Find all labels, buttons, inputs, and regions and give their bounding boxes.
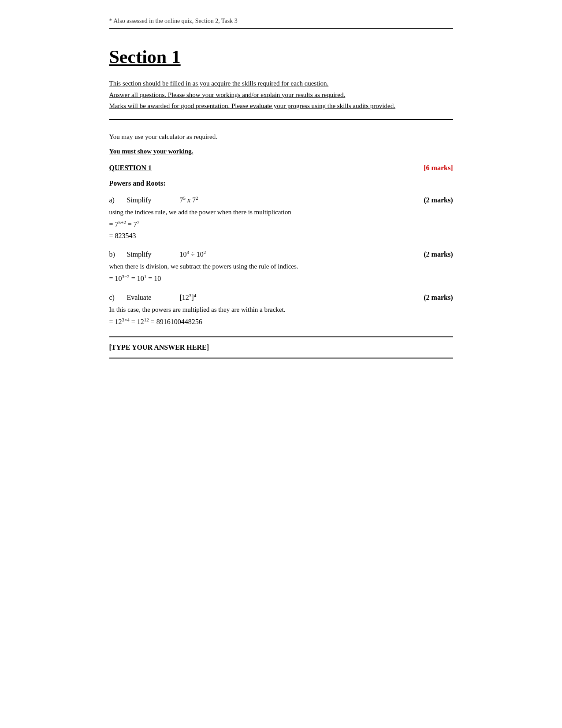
part-c-explanation: In this case, the powers are multiplied … (109, 306, 453, 314)
part-b-line1: = 103−2 = 101 = 10 (109, 274, 453, 283)
part-c-expression: [123]4 (180, 293, 424, 302)
answer-placeholder: [TYPE YOUR ANSWER HERE] (109, 343, 209, 351)
part-b-marks: (2 marks) (424, 250, 453, 258)
question-subtitle: Powers and Roots: (109, 179, 453, 187)
section-title: Section 1 (109, 46, 453, 67)
part-a-expression: 75 x 72 (180, 195, 424, 204)
question-header: QUESTION 1 [6 marks] (109, 164, 453, 174)
answer-section: [TYPE YOUR ANSWER HERE] (109, 336, 453, 358)
part-a-explanation: using the indices rule, we add the power… (109, 209, 453, 216)
question-marks: [6 marks] (424, 164, 453, 172)
part-a-line2: = 823543 (109, 232, 453, 240)
part-b-label: Simplify (127, 250, 180, 258)
part-a-label: Simplify (127, 196, 180, 204)
part-b: b) Simplify 103 ÷ 102 (2 marks) when the… (109, 250, 453, 283)
part-b-letter: b) (109, 250, 127, 258)
part-b-row: b) Simplify 103 ÷ 102 (2 marks) (109, 250, 453, 258)
part-c-line1: = 123×4 = 1212 = 8916100448256 (109, 317, 453, 326)
part-c-row: c) Evaluate [123]4 (2 marks) (109, 293, 453, 302)
must-show-working: You must show your working. (109, 148, 453, 155)
question-title: QUESTION 1 (109, 164, 152, 172)
top-note: * Also assessed in the online quiz, Sect… (109, 18, 453, 29)
part-a-row: a) Simplify 75 x 72 (2 marks) (109, 195, 453, 204)
part-a-line1: = 75+2 = 77 (109, 220, 453, 228)
part-c-marks: (2 marks) (424, 294, 453, 302)
part-a-letter: a) (109, 196, 127, 204)
page-container: * Also assessed in the online quiz, Sect… (83, 0, 480, 376)
section-description: This section should be filled in as you … (109, 78, 453, 120)
part-b-expression: 103 ÷ 102 (180, 250, 424, 258)
part-a-marks: (2 marks) (424, 196, 453, 204)
part-c-label: Evaluate (127, 294, 180, 302)
part-b-explanation: when there is division, we subtract the … (109, 263, 453, 270)
calculator-note: You may use your calculator as required. (109, 133, 453, 141)
part-c-letter: c) (109, 294, 127, 302)
part-a: a) Simplify 75 x 72 (2 marks) using the … (109, 195, 453, 240)
top-note-text: * Also assessed in the online quiz, Sect… (109, 18, 238, 24)
part-c: c) Evaluate [123]4 (2 marks) In this cas… (109, 293, 453, 326)
